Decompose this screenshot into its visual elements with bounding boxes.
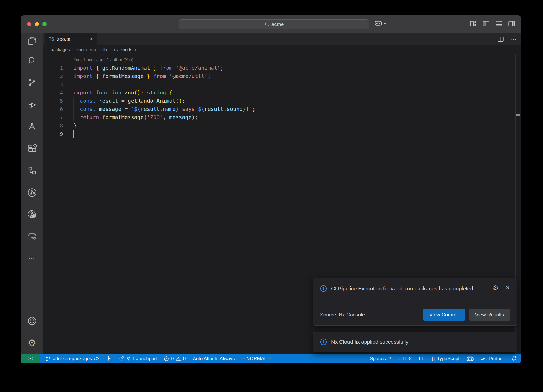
encoding-status[interactable]: UTF-8 [398, 356, 412, 361]
notification-message: CI Pipeline Execution for #add-zoo-packa… [331, 285, 473, 293]
gear-icon: ⚙ [28, 338, 36, 348]
command-center-search[interactable]: acme [179, 19, 369, 29]
notification-close-icon[interactable]: ✕ [505, 285, 510, 291]
line-number: 7 [43, 113, 63, 121]
view-results-button[interactable]: View Results [469, 309, 510, 321]
breadcrumb-file[interactable]: zoo.ts [120, 47, 132, 53]
sidebar-item-explorer[interactable] [21, 33, 43, 49]
sidebar-item-accounts[interactable] [21, 310, 43, 332]
search-icon [27, 56, 37, 65]
sidebar-item-references[interactable] [21, 159, 43, 181]
tab-label: zoo.ts [57, 36, 70, 42]
view-commit-button[interactable]: View Commit [423, 309, 465, 321]
sidebar-item-source-control[interactable] [21, 71, 43, 93]
sidebar-item-nx-console[interactable] [21, 181, 43, 203]
error-icon [164, 356, 169, 361]
notifications-bell[interactable] [511, 356, 516, 361]
activity-bar: ⋯ ⚙ [21, 33, 43, 354]
remote-icon: >< [28, 356, 33, 361]
sidebar-item-testing[interactable] [21, 115, 43, 137]
code-line-2: 2import { formatMessage } from '@acme/ut… [43, 72, 521, 80]
sidebar-item-nx-cloud[interactable] [21, 203, 43, 225]
braces-icon: {} [432, 356, 435, 361]
formatter-status[interactable]: Prettier [481, 356, 504, 361]
source-control-icon [27, 78, 37, 87]
nav-back-button[interactable]: ← [152, 20, 158, 28]
encoding-label: UTF-8 [398, 356, 412, 361]
chevron-down-icon [383, 22, 387, 24]
notification-gear-icon[interactable]: ⚙ [493, 285, 499, 291]
launchpad-status[interactable]: Launchpad [119, 356, 157, 361]
indentation-status[interactable]: Spaces: 2 [370, 356, 391, 361]
code-line-8: 8} [43, 121, 521, 130]
language-mode-status[interactable]: {} TypeScript [432, 356, 459, 361]
breadcrumb-separator-icon: › [86, 47, 87, 53]
problems-status[interactable]: 0 0 [164, 356, 186, 361]
testing-beaker-icon [27, 122, 37, 131]
code-line-9: 9 [43, 130, 521, 138]
ruler-cursor-mark [516, 114, 520, 116]
line-number: 5 [43, 97, 63, 105]
auto-attach-status[interactable]: Auto Attach: Always [193, 356, 235, 361]
tab-close-icon[interactable]: ✕ [90, 36, 93, 42]
warning-count: 0 [183, 356, 186, 361]
eol-status[interactable]: LF [419, 356, 424, 361]
zoom-window-button[interactable] [42, 22, 47, 26]
nx-console-icon [27, 188, 37, 198]
notification-toast-nx-cloud-fix: Nx Cloud fix applied successfully [313, 332, 517, 352]
breadcrumb-item[interactable]: lib [102, 47, 107, 53]
code-text: const message = `${result.name} says ${r… [63, 105, 255, 113]
text-cursor [73, 130, 74, 138]
rocket-icon [119, 356, 124, 361]
copilot-status[interactable] [467, 356, 474, 361]
sidebar-item-extensions[interactable] [21, 137, 43, 159]
sidebar-item-more[interactable]: ⋯ [21, 247, 43, 269]
sidebar-item-edge-browser[interactable] [21, 225, 43, 247]
breadcrumb-item[interactable]: src [90, 47, 96, 53]
vscode-window: ← → acme [21, 15, 521, 363]
nx-status[interactable] [107, 356, 112, 361]
error-count: 0 [171, 356, 174, 361]
git-branch-status[interactable]: add-zoo-packages [46, 356, 99, 361]
code-text [63, 80, 73, 89]
close-window-button[interactable] [27, 22, 31, 26]
code-text: export function zoo(): string { [63, 89, 172, 97]
breadcrumb-separator-icon: › [109, 47, 111, 53]
breadcrumb-item[interactable]: zoo [76, 47, 84, 53]
run-debug-icon [27, 100, 37, 109]
vim-mode-label: -- NORMAL -- [242, 356, 271, 361]
line-number: 9 [43, 130, 63, 138]
search-icon [265, 22, 269, 27]
breadcrumb-symbol-tail[interactable]: ... [139, 47, 142, 53]
breadcrumb-separator-icon: › [72, 47, 74, 53]
vim-mode-status[interactable]: -- NORMAL -- [242, 356, 271, 361]
toggle-panel-icon[interactable] [496, 21, 502, 27]
breadcrumb: packages › zoo › src › lib › TS zoo.ts ›… [43, 45, 521, 54]
info-icon [320, 338, 327, 345]
spaces-label: Spaces: 2 [370, 356, 391, 361]
nav-forward-button[interactable]: → [166, 20, 172, 28]
sidebar-item-run-debug[interactable] [21, 93, 43, 115]
more-actions-icon: ⋯ [28, 254, 36, 263]
split-editor-icon[interactable] [498, 36, 504, 42]
account-icon [27, 316, 37, 326]
copilot-menu-button[interactable] [375, 20, 387, 26]
code-text: import { formatMessage } from '@acme/uti… [63, 72, 211, 80]
typescript-file-icon: TS [49, 37, 54, 42]
editor-more-actions-icon[interactable]: ⋯ [510, 36, 516, 43]
code-line-3: 3 [43, 80, 521, 89]
sidebar-item-settings[interactable]: ⚙ [21, 332, 43, 354]
sidebar-item-search[interactable] [21, 49, 43, 71]
toggle-secondary-sidebar-icon[interactable] [508, 21, 515, 27]
plug-icon [126, 356, 131, 361]
tab-zoo-ts[interactable]: TS zoo.ts ✕ [45, 33, 97, 45]
git-blame-codelens[interactable]: You, 1 hour ago | 1 author (You) [43, 56, 521, 64]
breadcrumb-item[interactable]: packages [51, 47, 70, 53]
line-number: 6 [43, 105, 63, 113]
customize-layout-icon[interactable] [470, 21, 477, 27]
remote-indicator[interactable]: >< [21, 354, 40, 363]
minimize-window-button[interactable] [35, 22, 39, 26]
toggle-primary-sidebar-icon[interactable] [483, 21, 489, 27]
code-line-5: 5 const result = getRandomAnimal(); [43, 97, 521, 105]
line-number: 2 [43, 72, 63, 80]
